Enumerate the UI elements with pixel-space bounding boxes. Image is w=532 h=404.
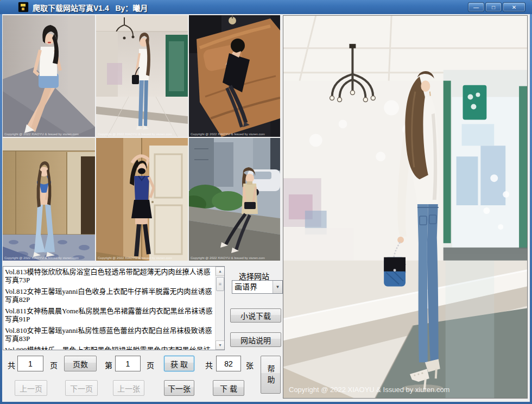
album-list[interactable]: Vol.813模特张欣欣私房浴室白色轻透吊带配超薄无内肉丝撩人诱惑写真73P V… [3,266,225,350]
list-item[interactable]: Vol.810女神王馨瑶yanni私房性感蓝色蕾丝内衣配白丝吊袜极致诱惑写真83… [5,326,213,343]
site-dropdown[interactable]: 画语界 ▼ [232,280,283,294]
thumbnail-6-illustration [189,138,280,261]
site-dropdown-value: 画语界 [232,281,273,293]
list-item[interactable]: Vol.811女神杨晨晨Yome私房脱黑色吊裙露蕾丝内衣配黑丝吊袜诱惑写真91P [5,307,213,323]
preview-illustration [283,16,527,398]
list-item[interactable]: Vol.813模特张欣欣私房浴室白色轻透吊带配超薄无内肉丝撩人诱惑写真73P [5,268,213,284]
app-icon [18,2,28,12]
site-info-button[interactable]: 网站说明 [230,332,281,347]
thumbnail-3-watermark: Copyright @ 2022 XIAOYU & Issued by xiur… [191,132,265,136]
thumbnail-1-watermark: Copyright @ 2022 XIAOYU & Issued by xiur… [4,132,79,136]
window-controls: — □ ✕ [468,2,525,12]
fetch-button[interactable]: 获 取 [164,356,194,371]
close-button[interactable]: ✕ [503,2,525,12]
thumbnail-photo-1[interactable]: Copyright @ 2022 XIAOYU & Issued by xiur… [3,15,95,137]
current-page-input[interactable] [115,356,141,371]
novel-download-button[interactable]: 小说下载 [230,308,281,323]
help-button[interactable]: 帮助 [261,356,281,394]
app-window: 爬取下载网站写真V1.4 By：曦月 — □ ✕ [0,0,532,404]
chevron-down-icon[interactable]: ▼ [273,281,282,293]
preview-photo: Copyright @ 2022 XIAOYU & Issued by xiur… [283,15,528,399]
client-area: Copyright @ 2022 XIAOYU & Issued by xiur… [2,14,530,402]
thumbnail-5-watermark: Copyright @ 2022 XIAOYU & Issued by xiur… [98,256,172,260]
thumbnail-4-illustration [3,138,95,261]
thumbnail-2-watermark: Copyright @ 2022 XIAOYU & Issued by xiur… [98,132,172,136]
total-images-unit-label: 张 [246,359,254,370]
scroll-thumb[interactable]: ≡ [216,277,224,291]
thumbnail-1-illustration [3,15,95,137]
thumbnail-6-watermark: Copyright @ 2022 XIAOYU & Issued by xiur… [191,256,265,260]
site-selector-label: 选择网站 [239,270,269,281]
current-page-unit-label: 页 [147,359,154,370]
thumbnail-photo-3[interactable]: Copyright @ 2022 XIAOYU & Issued by xiur… [189,15,280,137]
total-images-input[interactable] [216,356,241,371]
minimize-button[interactable]: — [468,2,484,12]
current-page-prefix-label: 第 [105,359,112,370]
total-images-prefix-label: 共 [205,359,213,370]
scroll-up-icon[interactable]: ▲ [216,267,225,276]
thumbnail-photo-2[interactable]: Copyright @ 2022 XIAOYU & Issued by xiur… [96,15,188,137]
prev-page-button[interactable]: 上一页 [15,380,47,396]
thumbnail-5-illustration [96,138,188,261]
thumbnail-4-watermark: Copyright @ 2022 XIAOYU & Issued by xiur… [4,256,79,260]
page-count-button[interactable]: 页数 [64,356,97,371]
next-page-button[interactable]: 下一页 [65,380,98,396]
total-pages-prefix-label: 共 [8,359,15,370]
window-title: 爬取下载网站写真V1.4 By：曦月 [33,2,148,13]
next-image-button[interactable]: 下一张 [164,380,194,396]
thumbnail-photo-4[interactable]: Copyright @ 2022 XIAOYU & Issued by xiur… [3,138,95,261]
album-list-items: Vol.813模特张欣欣私房浴室白色轻透吊带配超薄无内肉丝撩人诱惑写真73P V… [5,268,213,350]
download-button[interactable]: 下 载 [213,380,244,396]
preview-watermark: Copyright @ 2022 XIAOYU & Issued by xiur… [289,386,449,394]
thumbnail-photo-5[interactable]: Copyright @ 2022 XIAOYU & Issued by xiur… [96,138,188,261]
total-pages-unit-label: 页 [50,359,58,370]
total-pages-input[interactable] [17,356,43,371]
thumbnail-photo-6[interactable]: Copyright @ 2022 XIAOYU & Issued by xiur… [189,138,280,261]
list-item[interactable]: Vol.812女神王馨瑶yanni白色收身上衣配牛仔裤半脱露无内肉丝诱惑写真82… [5,287,213,304]
thumbnail-2-illustration [96,15,188,137]
scroll-down-icon[interactable]: ▼ [216,340,225,350]
thumbnail-3-illustration [189,15,280,137]
prev-image-button[interactable]: 上一张 [113,380,144,396]
title-bar[interactable]: 爬取下载网站写真V1.4 By：曦月 — □ ✕ [0,0,532,14]
list-scrollbar[interactable]: ▲ ≡ ▼ [215,267,224,350]
list-item[interactable]: Vol.809模特林乐一黑色上衣配黑色短裙半脱露黑色内衣配黑丝吊袜诱惑写真78P [5,346,213,350]
maximize-button[interactable]: □ [485,2,502,12]
